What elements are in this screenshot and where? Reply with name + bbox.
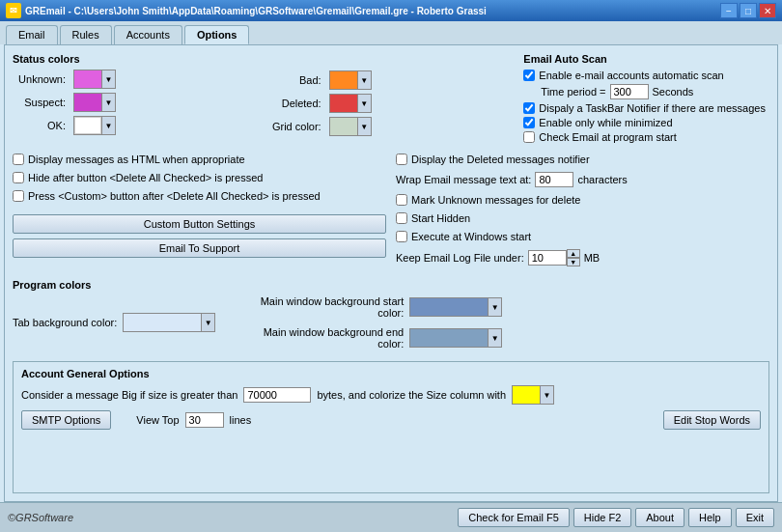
main-bg-end-dropdown-icon[interactable]: ▼	[488, 329, 501, 347]
grid-color-btn[interactable]: ▼	[329, 117, 372, 136]
big-message-input[interactable]: 70000	[243, 387, 311, 403]
taskbar-label: Dispaly a TaskBar Notifier if there are …	[539, 102, 766, 114]
suspect-label: Suspect:	[13, 97, 66, 108]
minimize-button[interactable]: −	[720, 3, 738, 18]
account-options-title: Account General Options	[21, 368, 761, 379]
maximize-button[interactable]: □	[740, 3, 757, 18]
taskbar-checkbox[interactable]	[523, 102, 535, 114]
grid-label: Grid color:	[268, 121, 321, 132]
execute-label: Execute at Windows start	[411, 231, 531, 242]
tab-rules[interactable]: Rules	[60, 25, 112, 44]
smtp-options-btn[interactable]: SMTP Options	[21, 410, 111, 430]
wrap-units: characters	[577, 174, 627, 185]
minimized-checkbox[interactable]	[523, 117, 535, 128]
mark-unknown-label: Mark Unknown messages for delete	[411, 194, 580, 206]
hide-checkbox[interactable]	[13, 172, 24, 183]
ok-dropdown-icon[interactable]: ▼	[101, 117, 115, 134]
help-btn[interactable]: Help	[688, 508, 732, 527]
start-hidden-checkbox[interactable]	[396, 212, 407, 224]
check-for-email-btn[interactable]: Check for Email F5	[458, 508, 570, 527]
program-colors-section: Program colors Tab background color: ▼ M…	[13, 279, 769, 353]
unknown-label: Unknown:	[13, 73, 66, 85]
email-to-support-btn[interactable]: Email To Support	[13, 238, 386, 258]
enable-scan-checkbox[interactable]	[523, 70, 535, 81]
bytes-label: bytes, and colorize the Size column with	[317, 389, 506, 401]
lines-label: lines	[230, 414, 252, 426]
size-color-btn[interactable]: ▼	[512, 385, 554, 405]
hide-label: Hide after button <Delete All Checked> i…	[28, 172, 263, 183]
minimized-label: Enable only while minimized	[539, 117, 672, 128]
custom-button-settings-btn[interactable]: Custom Button Settings	[13, 214, 386, 234]
wrap-label: Wrap Email message text at:	[396, 174, 531, 185]
view-top-label: View Top	[136, 414, 179, 426]
html-checkbox[interactable]	[13, 154, 24, 165]
keep-log-up-arrow[interactable]: ▲	[567, 249, 580, 258]
content-area: Status colors Unknown: ▼ Suspect: ▼	[4, 44, 778, 502]
html-label: Display messages as HTML when appropriat…	[28, 154, 245, 165]
email-auto-scan-panel: Email Auto Scan Enable e-mail accounts a…	[523, 53, 769, 146]
execute-checkbox[interactable]	[396, 231, 407, 242]
bad-dropdown-icon[interactable]: ▼	[357, 71, 371, 89]
close-button[interactable]: ✕	[759, 3, 776, 18]
deleted-dropdown-icon[interactable]: ▼	[357, 95, 371, 112]
keep-log-down-arrow[interactable]: ▼	[567, 258, 580, 266]
account-options-section: Account General Options Consider a messa…	[13, 361, 769, 493]
hide-btn[interactable]: Hide F2	[573, 508, 632, 527]
main-window: Email Rules Accounts Options Status colo…	[0, 21, 782, 532]
deleted-notifier-label: Display the Deleted messages notifier	[411, 154, 590, 165]
time-period-label: Time period =	[541, 86, 605, 98]
time-period-input[interactable]: 300	[610, 84, 649, 99]
suspect-color-btn[interactable]: ▼	[73, 93, 116, 112]
unknown-color-btn[interactable]: ▼	[73, 70, 116, 89]
grid-dropdown-icon[interactable]: ▼	[357, 118, 371, 135]
seconds-label: Seconds	[653, 86, 694, 98]
deleted-color-btn[interactable]: ▼	[329, 94, 372, 113]
bad-label: Bad:	[268, 74, 321, 86]
suspect-dropdown-icon[interactable]: ▼	[101, 94, 115, 111]
unknown-dropdown-icon[interactable]: ▼	[101, 70, 115, 88]
main-bg-start-label: Main window background start color:	[235, 295, 404, 319]
right-mid-panel: Display the Deleted messages notifier Wr…	[396, 154, 769, 269]
about-btn[interactable]: About	[635, 508, 684, 527]
tab-accounts[interactable]: Accounts	[114, 25, 182, 44]
status-colors-panel: Status colors Unknown: ▼ Suspect: ▼	[13, 53, 259, 146]
keep-log-input[interactable]: 10	[528, 250, 567, 266]
view-top-input[interactable]: 30	[185, 412, 224, 428]
tab-email[interactable]: Email	[6, 25, 58, 44]
app-icon: ✉	[6, 3, 21, 18]
deleted-label: Deleted:	[268, 98, 321, 109]
tab-bg-dropdown-icon[interactable]: ▼	[201, 314, 214, 331]
check-start-label: Check Email at program start	[539, 131, 676, 143]
title-text: GREmail - C:\Users\John Smith\AppData\Ro…	[25, 6, 487, 16]
start-hidden-label: Start Hidden	[411, 212, 470, 224]
program-colors-title: Program colors	[13, 279, 769, 291]
bad-color-btn[interactable]: ▼	[329, 70, 372, 90]
bottom-bar: ©GRSoftware Check for Email F5 Hide F2 A…	[0, 502, 782, 532]
tab-options[interactable]: Options	[184, 25, 250, 44]
main-bg-start-dropdown-icon[interactable]: ▼	[488, 298, 501, 316]
big-message-label: Consider a message Big if size is greate…	[21, 389, 237, 401]
deleted-notifier-checkbox[interactable]	[396, 154, 407, 165]
tab-bg-label: Tab background color:	[13, 317, 117, 328]
main-bg-start-color-btn[interactable]: ▼	[409, 297, 502, 317]
email-auto-scan-title: Email Auto Scan	[523, 53, 769, 65]
status-colors-right-panel: Bad: ▼ Deleted: ▼ Grid color:	[268, 53, 515, 146]
mark-unknown-checkbox[interactable]	[396, 194, 407, 206]
copyright-label: ©GRSoftware	[8, 512, 73, 523]
main-bg-end-color-btn[interactable]: ▼	[409, 328, 502, 348]
ok-color-btn[interactable]: ▼	[73, 116, 116, 135]
tab-bg-color-btn[interactable]: ▼	[123, 313, 215, 332]
wrap-input[interactable]: 80	[535, 172, 573, 187]
left-mid-panel: Display messages as HTML when appropriat…	[13, 154, 386, 269]
exit-btn[interactable]: Exit	[736, 508, 774, 527]
tab-bar: Email Rules Accounts Options	[0, 21, 782, 44]
press-label: Press <Custom> button after <Delete All …	[28, 190, 321, 202]
size-color-dropdown-icon[interactable]: ▼	[540, 386, 553, 404]
keep-log-units: MB	[584, 252, 600, 264]
main-bg-end-label: Main window background end color:	[235, 326, 404, 350]
keep-log-label: Keep Email Log File under:	[396, 252, 524, 264]
enable-scan-label: Enable e-mail accounts automatic scan	[539, 70, 723, 81]
edit-stop-words-btn[interactable]: Edit Stop Words	[663, 410, 761, 430]
check-start-checkbox[interactable]	[523, 131, 535, 143]
press-checkbox[interactable]	[13, 190, 24, 202]
